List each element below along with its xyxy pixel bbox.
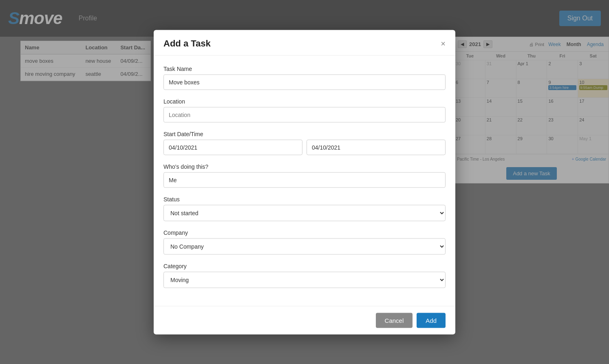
category-select[interactable]: Moving Packing Other — [163, 271, 446, 288]
company-group: Company No Company Company A Company B — [163, 229, 446, 254]
start-datetime-group: Start Date/Time — [163, 130, 446, 155]
status-select[interactable]: Not started In progress Completed — [163, 205, 446, 221]
start-datetime-label: Start Date/Time — [163, 130, 446, 137]
category-group: Category Moving Packing Other — [163, 263, 446, 288]
status-group: Status Not started In progress Completed — [163, 196, 446, 221]
company-label: Company — [163, 229, 446, 236]
modal-footer: Cancel Add — [154, 306, 455, 334]
location-group: Location — [163, 98, 446, 122]
location-label: Location — [163, 98, 446, 104]
date-time-row — [163, 139, 446, 155]
modal-title: Add a Task — [163, 38, 211, 49]
who-label: Who's doing this? — [163, 163, 446, 170]
start-date-input[interactable] — [163, 139, 302, 155]
cancel-button[interactable]: Cancel — [376, 313, 413, 328]
company-select[interactable]: No Company Company A Company B — [163, 238, 446, 254]
who-group: Who's doing this? — [163, 163, 446, 188]
modal-header: Add a Task × — [154, 30, 455, 55]
modal-body: Task Name Location Start Date/Time Who's… — [154, 55, 455, 306]
modal-close-button[interactable]: × — [441, 39, 446, 47]
task-name-group: Task Name — [163, 65, 446, 90]
task-name-label: Task Name — [163, 65, 446, 72]
who-input[interactable] — [163, 172, 446, 188]
task-name-input[interactable] — [163, 74, 446, 90]
location-input[interactable] — [163, 107, 446, 122]
add-task-modal: Add a Task × Task Name Location Start Da… — [154, 30, 455, 334]
start-time-input[interactable] — [307, 139, 446, 155]
category-label: Category — [163, 263, 446, 269]
status-label: Status — [163, 196, 446, 202]
add-button[interactable]: Add — [417, 313, 446, 328]
